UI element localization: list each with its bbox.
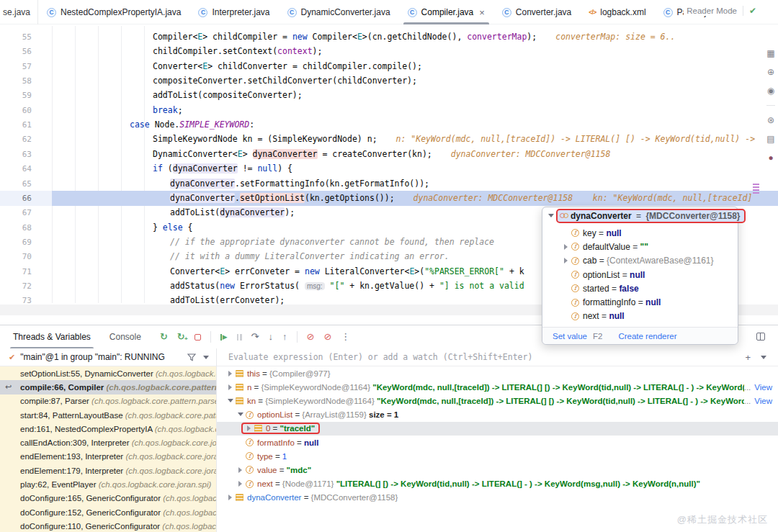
line-number[interactable]: 56: [0, 44, 32, 59]
frame-row[interactable]: compile:87, Parser (ch.qos.logback.core.…: [0, 395, 216, 408]
chevron-down-icon[interactable]: [203, 356, 209, 362]
endpoints-icon[interactable]: ⊕: [767, 68, 774, 76]
mute-breakpoints-icon[interactable]: ⊘: [323, 332, 331, 342]
step-out-icon[interactable]: ↑: [282, 332, 287, 342]
variable-row-n[interactable]: n = {SimpleKeywordNode@1164} "KeyWord(md…: [217, 380, 778, 394]
line-number[interactable]: 69: [0, 235, 32, 250]
tab-logback.xml[interactable]: </>logback.xml: [580, 0, 654, 24]
evaluate-expression-bar[interactable]: Evaluate expression (Enter) or add a wat…: [217, 348, 778, 366]
step-into-icon[interactable]: ↓: [269, 332, 274, 342]
variable-row-formatInfo[interactable]: formatInfo = null: [217, 436, 778, 449]
code-line-57[interactable]: 57Converter<E> childConverter = childCom…: [0, 59, 778, 74]
line-number[interactable]: 61: [0, 117, 32, 132]
tab-threads-variables[interactable]: Threads & Variables: [10, 325, 94, 348]
add-watch-icon[interactable]: +: [745, 352, 751, 363]
tab-se.java[interactable]: se.java: [0, 0, 38, 24]
chevron-expanded-icon[interactable]: [546, 212, 556, 220]
line-number[interactable]: 60: [0, 103, 32, 118]
frame-row[interactable]: ↩compile:66, Compiler (ch.qos.logback.co…: [0, 380, 216, 394]
line-number[interactable]: 64: [0, 161, 32, 176]
variable-row-0[interactable]: 0 = "traceId": [217, 422, 778, 436]
line-number[interactable]: 70: [0, 249, 32, 264]
line-number[interactable]: 55: [0, 30, 32, 45]
code-line-64[interactable]: 64if (dynaConverter != null) {: [0, 161, 778, 176]
line-number[interactable]: 59: [0, 88, 32, 103]
chevron-collapsed-icon[interactable]: [225, 371, 236, 377]
popup-field-formattingInfo[interactable]: formattingInfo = null: [542, 295, 738, 309]
profiler-icon[interactable]: ●: [768, 153, 773, 162]
frame-row[interactable]: endElement:179, Interpreter (ch.qos.logb…: [0, 464, 216, 477]
line-number[interactable]: 62: [0, 132, 32, 147]
bean-icon[interactable]: ◉: [767, 86, 774, 95]
code-line-61[interactable]: 61case Node.SIMPLE_KEYWORD:: [0, 117, 778, 132]
notes-icon[interactable]: ▤: [766, 135, 774, 143]
variable-row-value[interactable]: value = "mdc": [217, 463, 778, 477]
rerun-coverage-icon[interactable]: ↻+: [177, 332, 185, 342]
view-link[interactable]: View: [754, 397, 772, 405]
build-icon[interactable]: ▦: [766, 49, 774, 58]
code-line-55[interactable]: 55Compiler<E> childCompiler = new Compil…: [0, 30, 778, 45]
view-breakpoints-icon[interactable]: ⊘: [307, 332, 315, 342]
line-number[interactable]: 66: [0, 191, 32, 206]
tab-Converter.java[interactable]: CConverter.java: [493, 0, 580, 24]
line-number[interactable]: 68: [0, 220, 32, 235]
tab-DynamicConverter.java[interactable]: CDynamicConverter.java: [279, 0, 399, 24]
frame-row[interactable]: endElement:193, Interpreter (ch.qos.logb…: [0, 450, 216, 464]
popup-field-started[interactable]: started = false: [542, 281, 738, 295]
variable-row-next[interactable]: next = {Node@1171} "LITERAL(] [) -> KeyW…: [217, 477, 778, 491]
set-value-link[interactable]: Set value: [553, 332, 587, 341]
chevron-down-icon[interactable]: [761, 356, 766, 362]
chevron-collapsed-icon[interactable]: [236, 467, 246, 473]
line-number[interactable]: 67: [0, 205, 32, 220]
tab-NestedComplexPropertyIA.java[interactable]: CNestedComplexPropertyIA.java: [38, 0, 189, 24]
popup-field-cab[interactable]: cab = {ContextAwareBase@1161}: [542, 254, 738, 268]
thread-selector[interactable]: ✔ "main"@1 in group "main": RUNNING: [0, 348, 216, 366]
line-number[interactable]: 57: [0, 59, 32, 74]
frame-row[interactable]: setOptionList:55, DynamicConverter (ch.q…: [0, 366, 216, 380]
reader-mode-label[interactable]: Reader Mode: [687, 6, 737, 15]
frame-row[interactable]: doConfigure:165, GenericConfigurator (ch…: [0, 492, 216, 505]
chevron-expanded-icon[interactable]: [236, 410, 246, 419]
chevron-collapsed-icon[interactable]: [236, 481, 246, 487]
variable-row-dynaConverter[interactable]: dynaConverter = {MDCConverter@1158}: [217, 491, 778, 505]
pause-icon[interactable]: [237, 334, 242, 341]
stop-icon[interactable]: [194, 334, 201, 341]
tab-console[interactable]: Console: [107, 325, 144, 348]
line-number[interactable]: 58: [0, 73, 32, 89]
rerun-icon[interactable]: ↻: [160, 332, 168, 342]
code-line-62[interactable]: 62SimpleKeywordNode kn = (SimpleKeywordN…: [0, 132, 778, 147]
popup-field-defaultValue[interactable]: defaultValue = "": [542, 240, 738, 253]
variable-row-this[interactable]: this = {Compiler@977}: [217, 366, 778, 380]
line-number[interactable]: 71: [0, 264, 32, 279]
code-line-60[interactable]: 60break;: [0, 103, 778, 118]
code-line-58[interactable]: 58compositeConverter.setChildConverter(c…: [0, 73, 778, 89]
chevron-collapsed-icon[interactable]: [561, 244, 571, 250]
filter-icon[interactable]: [187, 353, 196, 361]
chevron-expanded-icon[interactable]: [225, 397, 236, 405]
frame-row[interactable]: start:84, PatternLayoutBase (ch.qos.logb…: [0, 408, 216, 422]
frame-row[interactable]: end:161, NestedComplexPropertyIA (ch.qos…: [0, 422, 216, 436]
frame-row[interactable]: doConfigure:110, GenericConfigurator (ch…: [0, 519, 216, 532]
line-number[interactable]: 72: [0, 279, 32, 294]
frame-row[interactable]: callEndAction:309, Interpreter (ch.qos.l…: [0, 436, 216, 449]
tab-Compiler.java[interactable]: CCompiler.java×: [399, 0, 493, 24]
variable-row-kn[interactable]: kn = {SimpleKeywordNode@1164} "KeyWord(m…: [217, 394, 778, 407]
step-over-icon[interactable]: ↷: [251, 332, 259, 342]
code-line-65[interactable]: 65dynaConverter.setFormattingInfo(kn.get…: [0, 176, 778, 191]
code-line-63[interactable]: 63DynamicConverter<E> dynaConverter = cr…: [0, 147, 778, 162]
variable-row-optionList[interactable]: optionList = {ArrayList@1159} size = 1: [217, 408, 778, 422]
close-icon[interactable]: ×: [479, 7, 485, 18]
line-number[interactable]: 63: [0, 147, 32, 162]
popup-field-key[interactable]: key = null: [542, 226, 738, 240]
variable-row-type[interactable]: type = 1: [217, 449, 778, 463]
popup-field-next[interactable]: next = null: [542, 310, 738, 323]
frame-row[interactable]: doConfigure:152, GenericConfigurator (ch…: [0, 505, 216, 519]
popup-field-optionList[interactable]: optionList = null: [542, 268, 738, 281]
more-icon[interactable]: ⋮: [341, 332, 350, 342]
create-renderer-link[interactable]: Create renderer: [618, 332, 676, 341]
tab-Interpreter.java[interactable]: CInterpreter.java: [189, 0, 278, 24]
view-link[interactable]: View: [754, 383, 772, 392]
layout-icon[interactable]: [756, 333, 765, 341]
gradle-icon[interactable]: ⊛: [767, 116, 774, 125]
frame-row[interactable]: play:62, EventPlayer (ch.qos.logback.cor…: [0, 477, 216, 491]
